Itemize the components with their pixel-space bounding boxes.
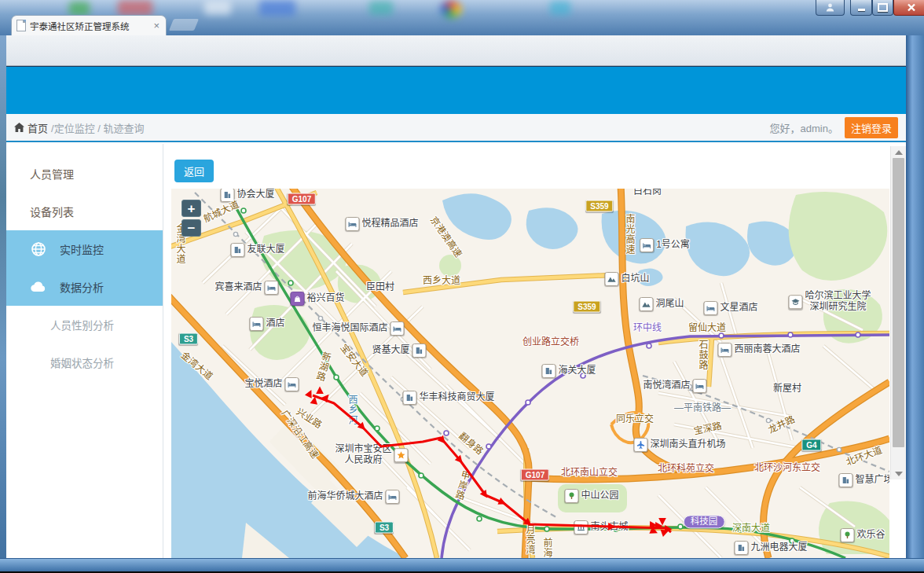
sidebar-item-label: 人员管理 <box>30 166 74 182</box>
minimize-button[interactable] <box>850 0 872 16</box>
close-icon <box>907 3 916 12</box>
logout-button[interactable]: 注销登录 <box>845 117 898 138</box>
globe-icon <box>30 241 47 258</box>
close-button[interactable] <box>893 0 924 16</box>
breadcrumb: 首页 /定位监控 / 轨迹查询 您好，admin。 注销登录 <box>6 114 906 142</box>
browser-tab[interactable]: 宇泰通社区矫正管理系统 × <box>11 15 167 35</box>
tab-close-icon[interactable]: × <box>152 20 161 31</box>
desktop-icon-blur <box>259 0 295 16</box>
sidebar-item-label: 数据分析 <box>60 279 104 295</box>
sidebar-item-人员性别分析[interactable]: 人员性别分析 <box>6 306 163 343</box>
profile-button[interactable] <box>816 0 845 16</box>
cloud-icon <box>30 278 47 296</box>
desktop-icon-blur <box>369 1 393 15</box>
window-border-right <box>906 35 924 573</box>
sidebar-item-婚姻状态分析[interactable]: 婚姻状态分析 <box>6 343 163 381</box>
window-border-bottom <box>0 558 924 573</box>
window-border-left <box>0 35 6 573</box>
scrollbar-thumb[interactable] <box>893 158 904 447</box>
map-zoom-control: + − <box>182 200 201 239</box>
sidebar-item-数据分析[interactable]: 数据分析 <box>6 268 163 306</box>
window-titlebar: 宇泰通社区矫正管理系统 × <box>0 0 924 35</box>
zoom-in-button[interactable]: + <box>182 200 201 217</box>
sidebar-item-label: 婚姻状态分析 <box>50 354 114 370</box>
app-banner <box>6 67 906 114</box>
sidebar-item-label: 人员性别分析 <box>50 317 114 332</box>
back-button[interactable]: 返回 <box>174 160 214 182</box>
breadcrumb-home[interactable]: 首页 <box>14 120 48 135</box>
home-icon <box>14 123 24 132</box>
sidebar-item-label: 实时监控 <box>60 241 104 257</box>
sidebar-item-label: 设备列表 <box>30 204 74 219</box>
tab-title: 宇泰通社区矫正管理系统 <box>30 20 148 32</box>
page-scrollbar[interactable] <box>890 146 906 479</box>
web-page: 首页 /定位监控 / 轨迹查询 您好，admin。 注销登录 人员管理设备列表实… <box>6 67 906 558</box>
desktop-icon-blur <box>550 1 570 15</box>
desktop-icon-blur <box>204 1 231 15</box>
new-tab-button[interactable] <box>169 19 199 31</box>
maximize-icon <box>878 3 888 12</box>
sidebar-item-实时监控[interactable]: 实时监控 <box>6 230 163 268</box>
map-canvas[interactable]: 协会大厦航城大道金湾大道悦程精品酒店友联大厦白石岗京港澳高速南光高速1号公寓宾喜… <box>171 189 889 558</box>
zoom-out-button[interactable]: − <box>182 219 201 237</box>
desktop-icon-blur <box>69 2 90 16</box>
breadcrumb-rest[interactable]: /定位监控 / 轨迹查询 <box>51 120 144 135</box>
user-greeting: 您好，admin。 <box>770 120 838 135</box>
sidebar-item-设备列表[interactable]: 设备列表 <box>6 193 163 230</box>
sidebar-menu: 人员管理设备列表实时监控数据分析人员性别分析婚姻状态分析 <box>6 144 163 558</box>
scroll-up-icon[interactable] <box>891 146 906 157</box>
user-bar: 您好，admin。 注销登录 <box>770 117 898 138</box>
minimize-icon <box>858 9 865 11</box>
page-icon <box>16 20 26 31</box>
main-panel: 返回 <box>163 144 906 558</box>
maximize-button[interactable] <box>872 0 893 16</box>
screen: 宇泰通社区矫正管理系统 × ← → 120.index.php/home/loc… <box>0 0 924 573</box>
user-icon <box>825 2 835 13</box>
content-area: 人员管理设备列表实时监控数据分析人员性别分析婚姻状态分析 返回 <box>6 144 906 558</box>
desktop-icon-blur <box>118 0 152 16</box>
scroll-down-icon[interactable] <box>891 468 906 479</box>
map-base-art <box>171 189 889 558</box>
sidebar-item-人员管理[interactable]: 人员管理 <box>6 155 163 193</box>
browser-toolbar: ← → 120.index.php/home/location/track/ci… <box>0 35 924 66</box>
desktop-icon-blur <box>440 1 462 18</box>
